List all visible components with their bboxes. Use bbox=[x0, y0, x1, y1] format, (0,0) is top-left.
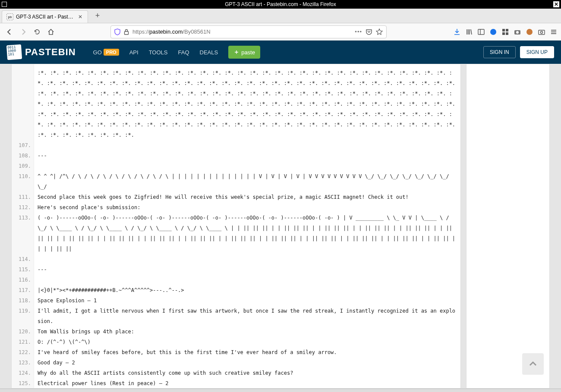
line-number: 120. bbox=[12, 326, 34, 337]
nav-go-pro[interactable]: GO PRO bbox=[93, 49, 119, 56]
back-button[interactable] bbox=[3, 26, 16, 38]
window-restore-icon[interactable] bbox=[2, 2, 7, 7]
paste-content[interactable]: :*. :*. :*. :*. :*. :*. :*. :*. :*. :*. … bbox=[34, 64, 460, 388]
svg-rect-9 bbox=[539, 30, 545, 34]
page-body: 107.108.109.110.111.112.113.114.115.116.… bbox=[0, 64, 561, 389]
forward-button[interactable] bbox=[17, 26, 29, 38]
svg-rect-3 bbox=[502, 29, 505, 31]
svg-rect-4 bbox=[506, 29, 508, 31]
toolbar-right-icons bbox=[453, 28, 558, 36]
url-text: https://pastebin.com/By08561N bbox=[132, 28, 351, 35]
home-button[interactable] bbox=[45, 26, 57, 38]
line-number: 119. bbox=[12, 306, 34, 326]
tab-title: GPT-3 ASCII art - Pastebin... bbox=[16, 14, 75, 20]
window-titlebar: GPT-3 ASCII art - Pastebin.com - Mozilla… bbox=[0, 0, 561, 9]
svg-rect-0 bbox=[125, 31, 129, 34]
code-line: Why do all the ASCII artists consistentl… bbox=[38, 368, 457, 378]
tab-strip: pb GPT-3 ASCII art - Pastebin... ✕ + bbox=[0, 9, 561, 23]
window-title: GPT-3 ASCII art - Pastebin.com - Mozilla… bbox=[225, 1, 336, 7]
line-number: 118. bbox=[12, 295, 34, 306]
reload-button[interactable] bbox=[31, 26, 43, 38]
code-line: Tom Wallis brings up 4th place: bbox=[38, 326, 457, 337]
plus-icon: ＋ bbox=[233, 48, 240, 56]
svg-point-8 bbox=[516, 31, 519, 34]
site-header: 0011 1000 101 PASTEBIN GO PRO API TOOLS … bbox=[0, 41, 561, 64]
code-line: :*. :*. :*. :*. :*. :*. :*. :*. :*. :*. … bbox=[38, 68, 457, 140]
new-paste-button[interactable]: ＋ paste bbox=[228, 46, 260, 59]
svg-rect-1 bbox=[478, 29, 484, 34]
line-number: 108. bbox=[12, 151, 34, 161]
code-line: Space Explosion – 1 bbox=[38, 295, 457, 306]
page-actions-icon[interactable]: ••• bbox=[355, 28, 362, 35]
line-number: 111. bbox=[12, 192, 34, 202]
pastebin-favicon-icon: pb bbox=[6, 13, 13, 20]
sidebar-panel bbox=[466, 64, 550, 389]
code-line: I've heard of smiley faces before, but t… bbox=[38, 347, 457, 358]
extension-blue-icon[interactable] bbox=[489, 28, 497, 36]
code-line: Good day – 2 bbox=[38, 358, 457, 368]
nav-deals[interactable]: DEALS bbox=[200, 49, 218, 56]
tab-close-icon[interactable]: ✕ bbox=[77, 14, 83, 20]
scroll-to-top-button[interactable] bbox=[522, 353, 544, 375]
code-line: O: /(^-^) \(^-^\) bbox=[38, 337, 457, 347]
code-line bbox=[38, 254, 457, 264]
line-number: 115. bbox=[12, 264, 34, 275]
site-nav: GO PRO API TOOLS FAQ DEALS ＋ paste bbox=[93, 46, 260, 59]
code-line bbox=[38, 275, 457, 285]
extension-grid-icon[interactable] bbox=[501, 28, 509, 36]
code-line: I'll admit, I got a little nervous when … bbox=[38, 306, 457, 326]
pocket-icon[interactable] bbox=[366, 28, 372, 35]
screenshot-icon[interactable] bbox=[538, 28, 545, 36]
pro-badge: PRO bbox=[104, 49, 119, 56]
code-line: Here's second place's submission: bbox=[38, 202, 457, 213]
logo-text: PASTEBIN bbox=[25, 47, 76, 58]
extension-monkey-icon[interactable] bbox=[526, 28, 533, 36]
line-number: 121. bbox=[12, 337, 34, 347]
line-number: 110. bbox=[12, 171, 34, 192]
sign-in-button[interactable]: SIGN IN bbox=[483, 46, 516, 58]
code-line: --- bbox=[38, 264, 457, 275]
logo-icon: 0011 1000 101 bbox=[6, 44, 22, 60]
tracking-shield-icon[interactable] bbox=[114, 28, 120, 35]
line-gutter: 107.108.109.110.111.112.113.114.115.116.… bbox=[12, 64, 34, 388]
browser-statusbar bbox=[0, 389, 561, 392]
code-line: |<}0|*"><*+###########++B.~^^^A^^^^^>---… bbox=[38, 285, 457, 295]
app-menu-icon[interactable] bbox=[550, 28, 558, 36]
line-number: 117. bbox=[12, 285, 34, 295]
sidebar-icon[interactable] bbox=[477, 28, 485, 36]
line-number: 125. bbox=[12, 378, 34, 389]
svg-rect-6 bbox=[506, 32, 508, 35]
code-line: ^ ^ ^| /^\ / \ / \ / \ / \ / \ / \ / \ /… bbox=[38, 171, 457, 192]
browser-toolbar: https://pastebin.com/By08561N ••• bbox=[0, 23, 561, 41]
bookmark-star-icon[interactable] bbox=[376, 28, 383, 35]
line-number: 122. bbox=[12, 347, 34, 358]
downloads-icon[interactable] bbox=[453, 28, 461, 36]
sign-up-button[interactable]: SIGN UP bbox=[520, 46, 554, 58]
extension-camera-icon[interactable] bbox=[514, 28, 521, 36]
code-line: Electrical power lines (Rest in peace) –… bbox=[38, 378, 457, 388]
line-number: 124. bbox=[12, 368, 34, 378]
nav-api[interactable]: API bbox=[129, 49, 139, 56]
browser-tab[interactable]: pb GPT-3 ASCII art - Pastebin... ✕ bbox=[2, 10, 88, 23]
line-number: 107. bbox=[12, 140, 34, 151]
code-line: ( -o- )------oOOo-( -o- )------oOOo-( -o… bbox=[38, 213, 457, 254]
line-number: 114. bbox=[12, 254, 34, 264]
url-bar[interactable]: https://pastebin.com/By08561N ••• bbox=[110, 25, 387, 38]
lock-icon[interactable] bbox=[124, 29, 129, 35]
library-icon[interactable] bbox=[465, 28, 473, 36]
code-line: Second place this week goes to Zigfried!… bbox=[38, 192, 457, 202]
code-line bbox=[38, 140, 457, 151]
nav-faq[interactable]: FAQ bbox=[178, 49, 189, 56]
line-number: 116. bbox=[12, 275, 34, 285]
site-logo[interactable]: 0011 1000 101 PASTEBIN bbox=[7, 45, 76, 60]
line-number: 109. bbox=[12, 161, 34, 171]
new-tab-button[interactable]: + bbox=[91, 10, 104, 22]
svg-point-10 bbox=[541, 31, 543, 33]
line-number: 112. bbox=[12, 202, 34, 213]
code-line: --- bbox=[38, 151, 457, 161]
code-line bbox=[38, 161, 457, 171]
paste-panel: 107.108.109.110.111.112.113.114.115.116.… bbox=[11, 64, 461, 389]
svg-rect-5 bbox=[502, 32, 505, 35]
nav-tools[interactable]: TOOLS bbox=[149, 49, 168, 56]
window-close-icon[interactable]: ✕ bbox=[553, 1, 559, 7]
